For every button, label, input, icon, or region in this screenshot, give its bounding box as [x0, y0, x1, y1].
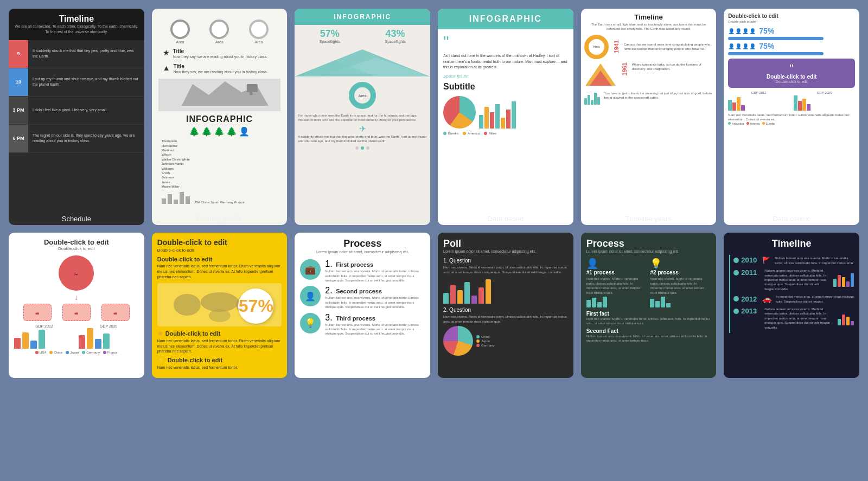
- proc2-fact-title-1: First fact: [586, 311, 711, 317]
- db-legend-1: Eureka: [443, 132, 458, 135]
- cp-title-text-2: Title Now they say, we are reading about…: [174, 63, 268, 74]
- triangle-icon: ▲: [163, 63, 170, 72]
- proc-title-1: First process: [336, 261, 373, 268]
- cp-map: ⊞: [158, 79, 281, 111]
- car-leg-dot-3: [66, 351, 69, 354]
- tl2-mb-5: [851, 273, 854, 287]
- poll-leg-dot-2: [476, 339, 480, 343]
- car-leg-dot-2: [49, 351, 53, 354]
- world-content: Double-click to edit Double-click to edi…: [152, 233, 288, 378]
- car-box-icon-3: 🚗: [113, 311, 117, 315]
- ty-mbar-4: [594, 93, 597, 105]
- card-timeline-dark: Timeline 2010 🚩 Nullam laoreet arcu exa …: [724, 233, 859, 378]
- ty-donut: Area: [584, 35, 609, 59]
- ty-subtitle: The Earth was small, light blue, and so …: [584, 22, 713, 31]
- cp-circle-label-2: Area: [215, 40, 224, 44]
- card-car-diagram: Double-click to edit Double-click to edi…: [9, 233, 144, 378]
- car-b6: [87, 328, 93, 349]
- stat-lbl-1: Spaceflights: [320, 40, 340, 43]
- world-star-title: ★ Double-click to edit: [157, 330, 282, 337]
- badge-3pm: 3 PM: [9, 97, 28, 124]
- proc2-mini-bars-2: [650, 297, 711, 307]
- dc-c1-b1: [728, 100, 732, 111]
- db-label: Data based: [438, 211, 573, 225]
- badge-6pm: 6 PM: [9, 125, 28, 152]
- poll-bar-5: [471, 296, 477, 304]
- tl2-mb-2: [838, 275, 841, 287]
- tl2-dot-4: [733, 309, 739, 314]
- schedule-title: Timeline: [14, 14, 139, 24]
- proc-icon-circle-2: 👤: [300, 286, 321, 306]
- proc2-grid: 👤 #1 process Nam nec viverra. Morbi id v…: [586, 258, 711, 307]
- ty-pyramid-row: 1961 Where ignorance lurks, so too do th…: [584, 62, 713, 89]
- proc-title-3: Third process: [336, 315, 375, 322]
- tl2-mb-1: [833, 279, 837, 287]
- plane-icon: ✈: [295, 124, 430, 134]
- proc-sub: Lorem ipsum dolor sit amet, consectetur …: [300, 249, 425, 255]
- dc-quote-mark: ": [732, 63, 851, 74]
- proc2-mb-6: [655, 301, 660, 307]
- dc-people-row-1: 👤 👤 👤 👤 75%: [728, 27, 855, 35]
- tl2-year-row-1: 2010 🚩: [733, 256, 770, 264]
- car-chart-2-wrap: GDP 2020: [79, 324, 139, 351]
- svg-rect-0: [246, 84, 257, 92]
- proc-text-2: Nullam laoreet arcu exa viverra. Morbi i…: [325, 296, 425, 309]
- proc2-sub: Lorem ipsum dolor sit amet, consectetur …: [586, 249, 711, 253]
- stat-lbl-2: Spaceflights: [385, 40, 406, 43]
- proc-num-1: 1.: [325, 259, 332, 268]
- dc-sub: Double-click to edit: [728, 20, 855, 23]
- car-top: 🚗: [59, 255, 94, 291]
- poll-leg-label-1: China: [481, 335, 490, 338]
- stat-text-1: For those who have seen the Earth from s…: [295, 112, 430, 124]
- poll-leg-label-2: Japan: [481, 339, 490, 343]
- proc-item-2-text: 2. Second process Nullam laoreet arcu ex…: [325, 286, 425, 309]
- db-legend-2: America: [463, 132, 480, 135]
- person-icon-filled-3: 👤: [742, 28, 749, 34]
- dc-leg-dot-1: [728, 122, 731, 125]
- proc2-icon-2: 💡: [650, 258, 711, 270]
- proc-item-2-num-title: 2. Second process: [325, 286, 425, 296]
- car-main-circle: 🚗: [59, 255, 94, 291]
- db-header: INFOGRAPHIC: [438, 9, 573, 29]
- star-icon: ★: [163, 48, 170, 57]
- dc-c1-b2: [732, 102, 736, 111]
- person-icon-gray-1: 👤: [749, 28, 756, 34]
- proc2-fact-text-2: Nullam laoreet arcu exa viverra. Morbi i…: [586, 334, 711, 343]
- proc2-fact-1: First fact Nam nec viverra. Morbi id ven…: [586, 311, 711, 326]
- ty-label: TImeline years: [581, 211, 717, 225]
- ty-side-text-2: Where ignorance lurks, so too do the fro…: [632, 62, 713, 72]
- svg-point-8: [200, 292, 238, 312]
- db-legend-dot-2: [463, 132, 466, 135]
- stat-pct-row: 57% Spaceflights 43% Spaceflights: [295, 25, 430, 47]
- bolt-icon: ⚡: [157, 356, 165, 364]
- stat-header-title: INFOGRAPHIC: [299, 13, 426, 21]
- car-leg-1: USA: [35, 351, 46, 354]
- dc-title: Double-click to edit: [728, 13, 855, 19]
- proc2-title: Process: [586, 238, 711, 249]
- db-subtitle: Subtitle: [438, 80, 573, 94]
- car-b3: [30, 341, 37, 349]
- db-legend-label-2: America: [468, 132, 480, 135]
- tl2-year-row-3: 2012 🚗: [733, 294, 771, 303]
- tl2-mb-8: [846, 317, 850, 325]
- proc-icon-circle-3: 💡: [300, 313, 321, 334]
- proc2-fact-2: Second Fact Nullam laoreet arcu exa vive…: [586, 328, 711, 343]
- world-sub: Double-click to edit: [157, 248, 282, 253]
- tl2-year-2010: 2010: [741, 256, 760, 264]
- stat-content: INFOGRAPHIC 57% Spaceflights 43% Spacefl…: [295, 9, 430, 211]
- cp-title-row-1: ★ Title Now they say, we are reading abo…: [158, 46, 281, 61]
- tl2-text-2013: Nullam laoreet arcu exa viverra. Morbi i…: [764, 307, 833, 330]
- poll-q2-text: Nam nec viverra. Morbi id venenatis tort…: [443, 315, 568, 324]
- cp-label: Country profile: [152, 211, 288, 225]
- cp-trees-row: 🌲 🌲 🌲 🌲 👤: [158, 125, 281, 138]
- cp-circle-label-1: Area: [176, 40, 184, 44]
- person-icon-1: 👤: [239, 126, 250, 137]
- db-bar-5: [501, 118, 505, 129]
- schedule-item-4: 6 PM The regret on our side is, they use…: [9, 125, 144, 153]
- dc-chart-2-wrap: GDP 2020: [794, 91, 855, 111]
- badge-10: 10: [9, 68, 28, 96]
- db-content: INFOGRAPHIC " As I stand out here in the…: [438, 9, 573, 211]
- cp-names: Thompson Hernandez Martinez Wilson Walke…: [158, 138, 281, 190]
- car-leg-dot-4: [82, 351, 85, 354]
- tl2-content: Timeline 2010 🚩 Nullam laoreet arcu exa …: [724, 233, 859, 378]
